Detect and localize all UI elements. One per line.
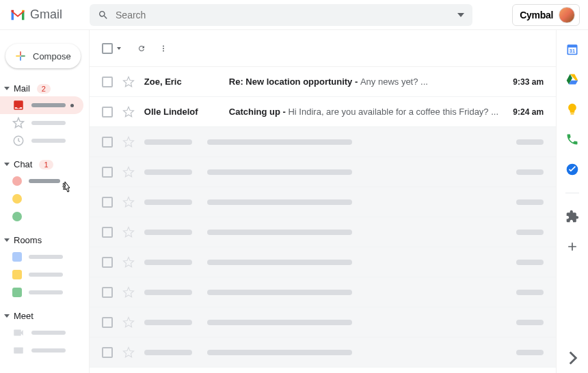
sidebar-chat-contact[interactable] [0,190,89,208]
meet-section-header[interactable]: Meet [0,308,89,324]
svg-point-7 [163,48,164,49]
row-checkbox[interactable] [102,77,113,87]
sidebar-item-label [29,179,60,183]
drive-icon[interactable] [565,72,579,86]
row-time: 9:24 am [508,107,544,117]
sidebar-item-label [29,290,63,294]
expand-panel-icon[interactable] [566,351,580,365]
keep-icon[interactable] [565,102,579,116]
get-addons-icon[interactable] [565,240,579,253]
star-icon[interactable] [122,166,135,178]
sidebar-item-starred[interactable] [0,114,89,132]
gmail-logo-wrap[interactable]: Gmail [10,8,62,22]
sidebar-item-label [31,139,66,143]
next-page-icon[interactable] [530,42,544,55]
row-checkbox[interactable] [102,287,113,298]
row-checkbox[interactable] [102,227,113,238]
mail-row-placeholder[interactable] [90,337,556,368]
sidebar-room[interactable] [0,284,89,301]
row-subject: Catching up - Hi Indira, are you availab… [229,107,498,117]
more-icon[interactable] [157,42,170,55]
star-icon[interactable] [122,76,135,88]
svg-text:31: 31 [570,48,575,54]
presence-dot-icon [12,176,22,186]
select-all-checkbox[interactable] [102,43,113,54]
mail-section: Mail 2 [0,81,89,150]
svg-point-8 [163,50,164,51]
sidebar-chat-contact[interactable] [0,172,89,190]
star-icon[interactable] [122,196,135,208]
search-box[interactable] [90,4,472,26]
refresh-icon[interactable] [135,42,148,55]
sidebar-item-snoozed[interactable] [0,132,89,150]
chat-section-header[interactable]: Chat 1 [0,156,89,172]
star-icon[interactable] [122,226,135,238]
compose-label: Compose [33,51,71,61]
chat-section: Chat 1 [0,156,89,225]
caret-down-icon [4,314,10,318]
divider [565,193,579,193]
mail-row-placeholder[interactable] [90,307,556,337]
sidebar-item-inbox[interactable] [0,96,83,114]
select-all-dropdown-icon[interactable] [117,47,121,50]
row-checkbox[interactable] [102,317,113,328]
sidebar: Compose Mail 2 [0,30,90,373]
caret-down-icon [4,87,10,90]
main-pane: Zoe, Eric Re: New location opportunity -… [90,30,557,373]
mail-row-placeholder[interactable] [90,127,556,157]
rooms-section: Rooms [0,232,89,301]
row-checkbox[interactable] [102,167,113,178]
search-input[interactable] [116,10,451,20]
compose-button[interactable]: Compose [5,44,81,68]
star-icon[interactable] [122,286,135,299]
mail-row-placeholder[interactable] [90,247,556,277]
mail-row[interactable]: Olle Lindelof Catching up - Hi Indira, a… [90,97,556,127]
calendar-icon[interactable]: 31 [565,42,579,56]
mail-row-placeholder[interactable] [90,187,556,217]
sidebar-item-label [29,273,63,277]
star-icon[interactable] [122,346,135,359]
sidebar-meet-join[interactable] [0,342,89,359]
room-color-icon [12,270,22,279]
rooms-section-header[interactable]: Rooms [0,232,89,248]
org-account-chip[interactable]: Cymbal [512,4,580,26]
search-options-icon[interactable] [457,13,464,17]
star-icon[interactable] [122,316,135,329]
side-panel: 31 [557,30,588,373]
mail-row-placeholder[interactable] [90,277,556,307]
star-icon[interactable] [122,106,135,118]
plus-icon [15,51,26,61]
sidebar-item-label [29,255,63,259]
row-checkbox[interactable] [102,347,113,358]
video-icon [12,327,25,339]
row-checkbox[interactable] [102,197,113,208]
contacts-icon[interactable] [565,133,579,146]
app-header: Gmail Cymbal [0,0,588,30]
room-color-icon [12,288,22,297]
tasks-icon[interactable] [565,163,579,176]
avatar [559,7,575,23]
star-icon[interactable] [122,136,135,148]
mail-row-placeholder[interactable] [90,217,556,247]
sidebar-chat-contact[interactable] [0,208,89,225]
sidebar-room[interactable] [0,266,89,284]
prev-page-icon[interactable] [513,42,527,55]
row-checkbox[interactable] [102,107,113,118]
sidebar-meet-new[interactable] [0,324,89,342]
sidebar-item-label [31,103,66,107]
star-icon[interactable] [122,256,135,268]
row-checkbox[interactable] [102,257,113,268]
keyboard-icon [12,344,25,357]
addons-icon[interactable] [565,210,579,223]
mail-row-placeholder[interactable] [90,157,556,187]
row-checkbox[interactable] [102,137,113,148]
row-sender: Zoe, Eric [144,77,219,87]
sidebar-item-label [31,331,66,335]
mail-row[interactable]: Zoe, Eric Re: New location opportunity -… [90,67,556,97]
sidebar-room[interactable] [0,248,89,266]
row-subject: Re: New location opportunity - Any news … [229,77,498,87]
chat-badge: 1 [39,160,53,169]
mail-section-header[interactable]: Mail 2 [0,81,89,96]
svg-rect-1 [21,55,25,56]
mail-badge: 2 [37,84,51,94]
